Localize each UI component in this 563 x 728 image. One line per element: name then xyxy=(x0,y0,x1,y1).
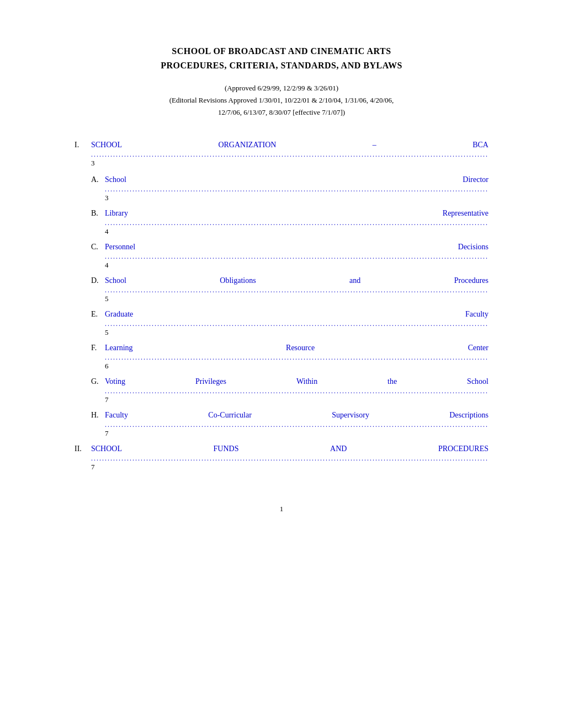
toc-section-ii: II. SCHOOL FUNDS AND PROCEDURES ........… xyxy=(75,445,488,472)
toc-subsection-g: G. Voting Privileges Within the School .… xyxy=(91,377,488,404)
toc-sub-b-row: B. Library Representative xyxy=(91,209,488,218)
approval-line1: (Approved 6/29/99, 12/2/99 & 3/26/01) xyxy=(75,82,488,94)
toc-subsection-c: C. Personnel Decisions .................… xyxy=(91,243,488,270)
approval-info: (Approved 6/29/99, 12/2/99 & 3/26/01) (E… xyxy=(75,82,488,119)
document-page: SCHOOL OF BROADCAST AND CINEMATIC ARTS P… xyxy=(75,0,488,547)
approval-line2: (Editorial Revisions Approved 1/30/01, 1… xyxy=(75,94,488,106)
toc-section-i-row: I. SCHOOL ORGANIZATION – BCA xyxy=(75,141,488,149)
document-title: SCHOOL OF BROADCAST AND CINEMATIC ARTS P… xyxy=(75,44,488,72)
title-line1: SCHOOL OF BROADCAST AND CINEMATIC ARTS xyxy=(75,44,488,58)
toc-subsection-h: H. Faculty Co-Curricular Supervisory Des… xyxy=(91,411,488,438)
roman-numeral-i: I. xyxy=(75,141,91,149)
toc-sub-e-row: E. Graduate Faculty xyxy=(91,310,488,319)
title-section: SCHOOL OF BROADCAST AND CINEMATIC ARTS P… xyxy=(75,44,488,119)
toc-section-ii-title: SCHOOL FUNDS AND PROCEDURES xyxy=(91,445,488,453)
approval-line3: 12/7/06, 6/13/07, 8/30/07 [effective 7/1… xyxy=(75,106,488,119)
toc-subsection-a: A. School Director .....................… xyxy=(91,175,488,202)
toc-subsection-f: F. Learning Resource Center ............… xyxy=(91,344,488,371)
toc-section-i: I. SCHOOL ORGANIZATION – BCA ...........… xyxy=(75,141,488,168)
roman-numeral-ii: II. xyxy=(75,445,91,453)
toc-sub-d-row: D. School Obligations and Procedures xyxy=(91,276,488,285)
footer-page-number: 1 xyxy=(75,505,488,513)
toc-subsection-e: E. Graduate Faculty ....................… xyxy=(91,310,488,337)
toc-sub-g-row: G. Voting Privileges Within the School xyxy=(91,377,488,386)
toc-subsection-b: B. Library Representative ..............… xyxy=(91,209,488,236)
toc-section-i-title: SCHOOL ORGANIZATION – BCA xyxy=(91,141,488,149)
title-line2: PROCEDURES, CRITERIA, STANDARDS, AND BYL… xyxy=(75,58,488,73)
toc-subsection-d: D. School Obligations and Procedures ...… xyxy=(91,276,488,303)
toc-section-ii-row: II. SCHOOL FUNDS AND PROCEDURES xyxy=(75,445,488,453)
toc-sub-c-row: C. Personnel Decisions xyxy=(91,243,488,251)
toc-sub-f-row: F. Learning Resource Center xyxy=(91,344,488,352)
toc-sub-h-row: H. Faculty Co-Curricular Supervisory Des… xyxy=(91,411,488,420)
toc-sub-a-row: A. School Director xyxy=(91,175,488,184)
table-of-contents: I. SCHOOL ORGANIZATION – BCA ...........… xyxy=(75,141,488,472)
